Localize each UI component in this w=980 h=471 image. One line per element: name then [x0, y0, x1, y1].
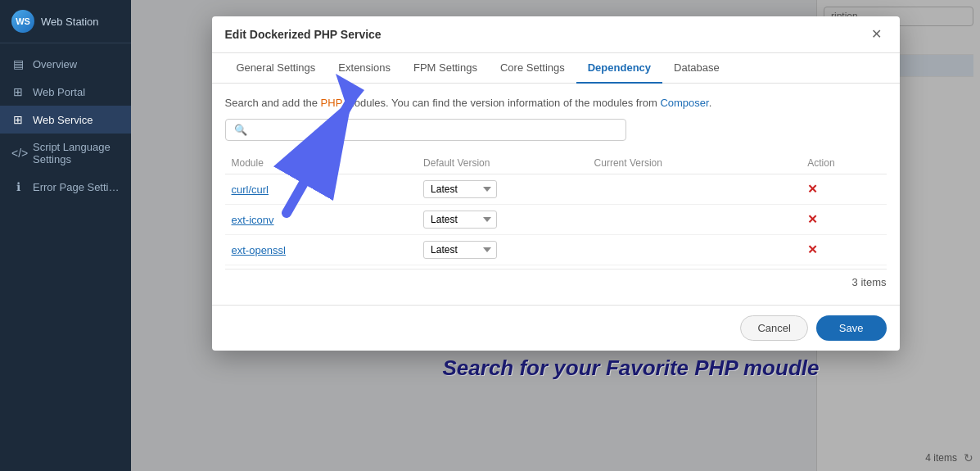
- web-portal-icon: ⊞: [11, 85, 25, 98]
- current-version-cell: [588, 174, 802, 205]
- col-header-action: Action: [801, 152, 886, 174]
- app-title: Web Station: [41, 16, 99, 28]
- delete-button[interactable]: ✕: [807, 242, 818, 256]
- search-icon: 🔍: [234, 124, 247, 136]
- dialog-overlay: Edit Dockerized PHP Service ✕ General Se…: [131, 0, 980, 471]
- module-table: Module Default Version Current Version A…: [225, 152, 887, 265]
- module-link[interactable]: ext-iconv: [232, 214, 274, 226]
- sidebar-nav: ▤ Overview ⊞ Web Portal ⊞ Web Service </…: [0, 43, 131, 471]
- cancel-button[interactable]: Cancel: [740, 315, 807, 341]
- version-select[interactable]: Latest1.x2.x: [423, 180, 497, 198]
- save-button[interactable]: Save: [816, 315, 887, 341]
- sidebar-item-web-service[interactable]: ⊞ Web Service: [0, 106, 131, 134]
- dialog-body: Search and add the PHP modules. You can …: [212, 84, 900, 305]
- tab-core[interactable]: Core Settings: [489, 53, 576, 84]
- sidebar-item-label: Script Language Settings: [33, 141, 120, 165]
- col-header-module: Module: [225, 152, 418, 174]
- col-header-current: Current Version: [588, 152, 802, 174]
- sidebar-item-script-language[interactable]: </> Script Language Settings: [0, 134, 131, 173]
- search-bar: 🔍: [225, 119, 626, 141]
- version-select[interactable]: Latest1.x2.x: [423, 241, 497, 259]
- module-link[interactable]: ext-openssl: [232, 244, 286, 256]
- dialog-footer: Cancel Save: [212, 305, 900, 351]
- php-label: PHP: [321, 97, 343, 109]
- table-row: ext-opensslLatest1.x2.x✕: [225, 235, 887, 265]
- items-count-row: 3 items: [225, 269, 887, 292]
- script-lang-icon: </>: [11, 147, 25, 160]
- current-version-cell: [588, 205, 802, 235]
- action-cell: ✕: [801, 235, 886, 265]
- description-text: Search and add the PHP modules. You can …: [225, 97, 887, 109]
- current-version-cell: [588, 235, 802, 265]
- items-count-label: 3 items: [852, 276, 887, 288]
- close-button[interactable]: ✕: [866, 26, 887, 43]
- sidebar-item-overview[interactable]: ▤ Overview: [0, 50, 131, 78]
- delete-button[interactable]: ✕: [807, 212, 818, 226]
- table-row: curl/curlLatest1.x2.x✕: [225, 174, 887, 205]
- tab-database[interactable]: Database: [662, 53, 731, 84]
- overview-icon: ▤: [11, 57, 25, 70]
- sidebar-item-error-page[interactable]: ℹ Error Page Setti…: [0, 173, 131, 201]
- annotation-callout-text: Search for your Favorite PHP moudle: [443, 356, 820, 381]
- main-content: lPress usdigital 4 items ↻ Edit Dockeriz…: [131, 0, 980, 471]
- tab-general[interactable]: General Settings: [225, 53, 327, 84]
- tab-extensions[interactable]: Extensions: [327, 53, 402, 84]
- module-search-input[interactable]: [252, 124, 617, 136]
- delete-button[interactable]: ✕: [807, 182, 818, 196]
- app-logo: WS Web Station: [0, 0, 131, 43]
- version-select[interactable]: Latest1.x2.x: [423, 211, 497, 229]
- sidebar-item-web-portal[interactable]: ⊞ Web Portal: [0, 78, 131, 106]
- table-row: ext-iconvLatest1.x2.x✕: [225, 205, 887, 235]
- tab-dependency[interactable]: Dependency: [576, 53, 662, 84]
- action-cell: ✕: [801, 174, 886, 205]
- col-header-default: Default Version: [417, 152, 588, 174]
- dialog-tabs: General Settings Extensions FPM Settings…: [212, 53, 900, 84]
- web-service-icon: ⊞: [11, 113, 25, 126]
- logo-icon: WS: [11, 10, 34, 33]
- edit-php-dialog: Edit Dockerized PHP Service ✕ General Se…: [212, 16, 900, 351]
- composer-link[interactable]: Composer: [660, 97, 708, 109]
- module-link[interactable]: curl/curl: [232, 183, 269, 196]
- action-cell: ✕: [801, 205, 886, 235]
- sidebar-item-label: Web Portal: [33, 86, 85, 98]
- sidebar-item-label: Web Service: [33, 114, 93, 126]
- error-page-icon: ℹ: [11, 180, 25, 193]
- dialog-title: Edit Dockerized PHP Service: [225, 28, 382, 41]
- dialog-header: Edit Dockerized PHP Service ✕: [212, 16, 900, 53]
- sidebar-item-label: Error Page Setti…: [33, 181, 120, 193]
- tab-fpm[interactable]: FPM Settings: [402, 53, 489, 84]
- sidebar: WS Web Station ▤ Overview ⊞ Web Portal ⊞…: [0, 0, 131, 471]
- sidebar-item-label: Overview: [33, 58, 77, 70]
